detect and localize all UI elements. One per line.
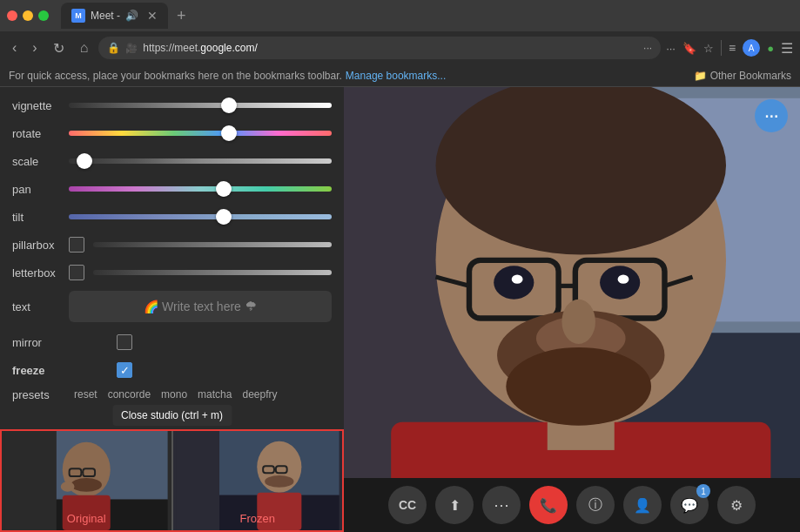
frozen-label: Frozen: [240, 512, 275, 525]
freeze-label: freeze: [12, 364, 69, 377]
mirror-checkbox[interactable]: [117, 334, 132, 350]
tab-title: Meet -: [91, 10, 120, 22]
preset-mono[interactable]: mono: [156, 387, 192, 402]
rotate-track[interactable]: [69, 131, 332, 136]
vignette-row: vignette: [12, 94, 332, 117]
freeze-checkbox[interactable]: ✓: [117, 362, 132, 378]
people-button[interactable]: 👤: [623, 486, 662, 524]
svg-point-38: [512, 275, 523, 284]
main-content: vignette rotate scale pan: [0, 87, 800, 532]
bookmark-icon[interactable]: 🔖: [682, 42, 696, 55]
activities-button[interactable]: ⚙: [717, 486, 756, 524]
more-nav-icon[interactable]: ···: [666, 42, 676, 55]
letterbox-label: letterbox: [12, 266, 69, 279]
preset-matcha[interactable]: matcha: [192, 387, 237, 402]
rotate-thumb[interactable]: [221, 125, 237, 141]
extensions-icon: ≡: [729, 41, 736, 55]
letterbox-checkbox[interactable]: [69, 265, 84, 280]
bookmarks-bar: For quick access, place your bookmarks h…: [0, 64, 800, 87]
presets-row: presets reset concorde mono matcha deepf…: [12, 387, 332, 402]
preview-strip: Close studio (ctrl + m): [0, 429, 344, 532]
preview-frozen: Frozen: [171, 431, 343, 530]
tab-bar: M Meet - 🔊 ✕ +: [0, 0, 800, 31]
menu-icon[interactable]: ☰: [781, 40, 793, 57]
star-icon[interactable]: ☆: [703, 42, 714, 55]
reload-button[interactable]: ↻: [48, 37, 70, 60]
svg-point-39: [618, 275, 629, 284]
tab-close-button[interactable]: ✕: [147, 9, 158, 23]
home-button[interactable]: ⌂: [75, 37, 94, 59]
vignette-track[interactable]: [69, 103, 332, 108]
scale-row: scale: [12, 150, 332, 172]
pillarbox-label: pillarbox: [12, 239, 69, 252]
tilt-row: tilt: [12, 205, 332, 228]
pan-track[interactable]: [69, 186, 332, 192]
tilt-track[interactable]: [69, 214, 332, 219]
present-button[interactable]: ⬆: [435, 486, 474, 524]
captions-button[interactable]: CC: [388, 486, 427, 524]
right-panel: ⋯ CC ⬆ ⋯ 📞 ⓘ 👤 💬 1: [344, 87, 800, 532]
address-bar[interactable]: 🔒 🎥 https://meet.google.com/ ···: [98, 37, 661, 59]
rotate-label: rotate: [12, 127, 69, 140]
preview-strip-container: Close studio (ctrl + m): [0, 429, 344, 532]
close-studio-tooltip: Close studio (ctrl + m): [112, 405, 232, 426]
svg-point-32: [561, 300, 595, 344]
user-avatar[interactable]: A: [743, 39, 760, 57]
scale-thumb[interactable]: [77, 153, 92, 169]
scale-label: scale: [12, 155, 69, 168]
camera-icon: 🎥: [125, 43, 138, 54]
pillarbox-checkbox[interactable]: [69, 237, 84, 253]
pan-thumb[interactable]: [216, 181, 232, 197]
text-placeholder: 🌈 Write text here 🌩: [144, 300, 257, 313]
back-button[interactable]: ‹: [7, 37, 22, 59]
preset-deepfry[interactable]: deepfry: [237, 387, 282, 402]
captions-icon: CC: [399, 498, 416, 512]
vignette-label: vignette: [12, 99, 69, 112]
browser-chrome: M Meet - 🔊 ✕ + ‹ › ↻ ⌂ 🔒 🎥 https://meet.…: [0, 0, 800, 87]
more-options-fab[interactable]: ⋯: [755, 99, 788, 132]
mirror-row: mirror: [12, 331, 332, 354]
sync-icon[interactable]: ●: [767, 42, 774, 55]
nav-right-icons: ··· 🔖 ☆ ≡ A ● ☰: [666, 39, 793, 57]
active-tab[interactable]: M Meet - 🔊 ✕: [61, 3, 168, 29]
close-window-dot[interactable]: [7, 10, 17, 21]
svg-point-7: [71, 478, 102, 492]
chat-icon: 💬: [681, 497, 698, 514]
end-call-button[interactable]: 📞: [529, 486, 568, 524]
preset-reset[interactable]: reset: [69, 387, 103, 402]
text-input[interactable]: 🌈 Write text here 🌩: [69, 291, 332, 322]
url-text: https://meet.google.com/: [143, 42, 638, 54]
info-icon: ⓘ: [588, 496, 602, 515]
preview-original: Original: [2, 431, 171, 530]
text-label: text: [12, 300, 69, 313]
minimize-window-dot[interactable]: [23, 10, 33, 21]
original-label: Original: [67, 512, 106, 525]
forward-button[interactable]: ›: [27, 37, 42, 59]
mirror-label: mirror: [12, 336, 69, 349]
manage-bookmarks-link[interactable]: Manage bookmarks...: [346, 70, 446, 82]
freeze-row: freeze ✓: [12, 359, 332, 381]
scale-track[interactable]: [69, 158, 332, 164]
chat-button[interactable]: 💬 1: [670, 486, 709, 524]
info-button[interactable]: ⓘ: [576, 486, 615, 524]
activities-icon: ⚙: [730, 497, 743, 514]
window-controls: [7, 10, 49, 21]
more-options-button[interactable]: ⋯: [482, 486, 521, 524]
end-call-icon: 📞: [540, 497, 557, 514]
svg-point-35: [506, 347, 651, 426]
tilt-thumb[interactable]: [216, 209, 232, 225]
video-area: ⋯: [344, 87, 800, 478]
people-icon: 👤: [634, 497, 651, 514]
more-options-icon: ⋯: [494, 495, 510, 515]
new-tab-button[interactable]: +: [177, 7, 186, 25]
preset-concorde[interactable]: concorde: [103, 387, 156, 402]
other-bookmarks[interactable]: 📁 Other Bookmarks: [694, 70, 791, 82]
pan-label: pan: [12, 183, 69, 196]
svg-point-17: [265, 475, 293, 488]
vignette-thumb[interactable]: [221, 98, 237, 113]
maximize-window-dot[interactable]: [38, 10, 49, 21]
pan-row: pan: [12, 178, 332, 200]
chat-badge: 1: [696, 484, 710, 498]
controls-panel: vignette rotate scale pan: [0, 87, 344, 532]
security-icon: 🔒: [107, 42, 120, 54]
